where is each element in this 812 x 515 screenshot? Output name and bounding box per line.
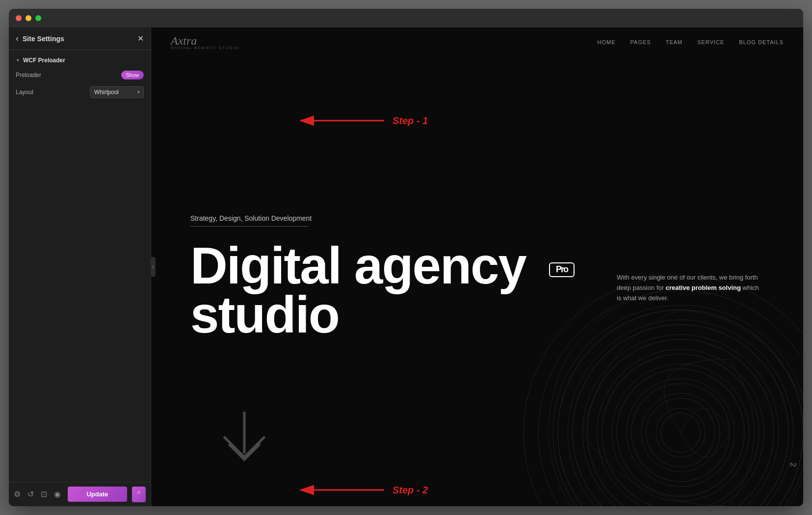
- hero-divider: [190, 226, 308, 227]
- back-button[interactable]: ‹: [16, 33, 19, 44]
- preloader-label: Preloader: [16, 72, 41, 78]
- preloader-toggle[interactable]: Show: [121, 71, 144, 79]
- layout-dropdown-wrapper[interactable]: Whirlpool Spin Fade Slide: [90, 86, 144, 98]
- close-button[interactable]: ✕: [137, 34, 144, 43]
- sidebar-header-left: ‹ Site Settings: [16, 33, 64, 44]
- sidebar-header: ‹ Site Settings ✕: [9, 27, 151, 50]
- hero-description: With every single one of our clients, we…: [617, 273, 764, 303]
- preview-nav: Axtra Digital Agency Studio HOME PAGES T…: [151, 27, 803, 57]
- close-traffic-light[interactable]: [16, 15, 22, 21]
- title-bar: [9, 9, 803, 27]
- preloader-row: Preloader Show: [16, 71, 144, 79]
- pro-badge: Pro: [549, 262, 575, 277]
- nav-service[interactable]: SERVICE: [697, 39, 724, 45]
- page-number: 2: [788, 463, 797, 467]
- website-preview: Axtra Digital Agency Studio HOME PAGES T…: [151, 27, 803, 506]
- step2-annotation: Step - 2: [298, 483, 428, 497]
- update-button[interactable]: Update: [68, 487, 127, 502]
- preview-nav-links: HOME PAGES TEAM SERVICE BLOG DETAILS: [598, 39, 784, 45]
- step1-label: Step - 1: [393, 115, 428, 127]
- layout-label: Layout: [16, 89, 33, 96]
- nav-blog[interactable]: BLOG DETAILS: [739, 39, 784, 45]
- preview-logo-sub: Digital Agency Studio: [171, 46, 239, 50]
- copy-icon[interactable]: ⊡: [41, 489, 47, 499]
- hero-subtitle: Strategy, Design, Solution Development: [190, 214, 764, 222]
- sidebar-section: WCF Preloader Preloader Show Layout Whir…: [9, 50, 151, 105]
- sidebar-title: Site Settings: [23, 35, 64, 43]
- step2-label: Step - 2: [393, 485, 428, 496]
- history-icon[interactable]: ↺: [27, 489, 34, 499]
- chevron-up-button[interactable]: ^: [132, 487, 146, 502]
- section-label: WCF Preloader: [16, 57, 144, 64]
- nav-team[interactable]: TEAM: [666, 39, 683, 45]
- settings-icon[interactable]: ⚙: [14, 489, 21, 499]
- step1-arrow: [298, 113, 387, 128]
- preview-area: Axtra Digital Agency Studio HOME PAGES T…: [151, 27, 803, 506]
- step2-arrow: [298, 483, 387, 497]
- sidebar: ‹ Site Settings ✕ WCF Preloader Preloade…: [9, 27, 151, 506]
- nav-pages[interactable]: PAGES: [630, 39, 651, 45]
- collapse-handle[interactable]: [151, 257, 156, 277]
- main-area: ‹ Site Settings ✕ WCF Preloader Preloade…: [9, 27, 803, 506]
- preview-logo-block: Axtra Digital Agency Studio: [171, 34, 239, 50]
- down-arrow-icon: [215, 408, 274, 467]
- step1-annotation: Step - 1: [298, 113, 428, 128]
- minimize-traffic-light[interactable]: [26, 15, 31, 21]
- layout-dropdown[interactable]: Whirlpool Spin Fade Slide: [90, 86, 144, 98]
- eye-icon[interactable]: ◉: [54, 489, 61, 499]
- mac-window: ‹ Site Settings ✕ WCF Preloader Preloade…: [9, 9, 803, 506]
- layout-row: Layout Whirlpool Spin Fade Slide: [16, 86, 144, 98]
- nav-home[interactable]: HOME: [598, 39, 616, 45]
- sidebar-footer: ⚙ ↺ ⊡ ◉ Update ^: [9, 482, 151, 506]
- fullscreen-traffic-light[interactable]: [35, 15, 41, 21]
